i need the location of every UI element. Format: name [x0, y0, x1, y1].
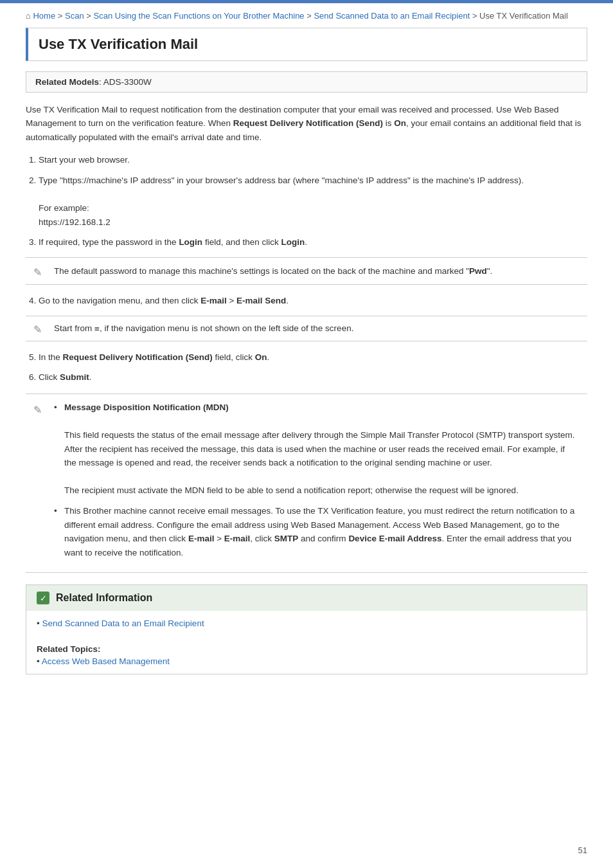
breadcrumb-current: Use TX Verification Mail [479, 11, 568, 21]
bullet-item-brother: This Brother machine cannot receive emai… [54, 504, 578, 559]
breadcrumb-sep4: > [472, 11, 479, 21]
step-6: Click Submit. [39, 370, 587, 384]
breadcrumb-home[interactable]: Home [33, 11, 55, 21]
bullet-note-box: ✎ Message Disposition Notification (MDN)… [26, 393, 587, 574]
steps-list-3: In the Request Delivery Notification (Se… [39, 350, 587, 384]
related-info-title: Related Information [56, 592, 152, 604]
steps-list-2: Go to the navigation menu, and then clic… [39, 294, 587, 308]
mdn-text-2: The recipient must activate the MDN fiel… [64, 485, 519, 495]
steps-list: Start your web browser. Type "https://ma… [39, 153, 587, 249]
step-1-text: Start your web browser. [39, 155, 130, 165]
bullet-item-mdn: Message Disposition Notification (MDN) T… [54, 401, 578, 498]
related-models-colon: : [99, 77, 103, 87]
note-pwd-text: The default password to manage this mach… [54, 266, 492, 276]
note-box-pwd: ✎ The default password to manage this ma… [26, 257, 587, 285]
related-info-body: • Send Scanned Data to an Email Recipien… [26, 611, 587, 674]
breadcrumb-sep2: > [86, 11, 93, 21]
bullet-list: Message Disposition Notification (MDN) T… [54, 401, 578, 560]
step-4: Go to the navigation menu, and then clic… [39, 294, 587, 308]
note-box-nav: ✎ Start from ≡, if the navigation menu i… [26, 316, 587, 341]
page-title-section: Use TX Verification Mail [26, 28, 587, 61]
related-models-label: Related Models [35, 77, 99, 87]
home-icon: ⌂ [26, 11, 31, 21]
breadcrumb: ⌂ Home > Scan > Scan Using the Scan Func… [0, 3, 613, 28]
step-2: Type "https://machine's IP address" in y… [39, 174, 587, 229]
related-info-link-1[interactable]: Send Scanned Data to an Email Recipient [42, 619, 204, 628]
step-6-text: Click Submit. [39, 372, 92, 382]
pencil-icon-2: ✎ [33, 321, 42, 338]
step-2-for-example: For example: [39, 203, 89, 213]
step-5-text: In the Request Delivery Notification (Se… [39, 352, 269, 362]
intro-text: Use TX Verification Mail to request noti… [26, 103, 587, 145]
mdn-text-1: This field requests the status of the em… [64, 430, 575, 467]
related-topic-link-1[interactable]: Access Web Based Management [42, 656, 170, 666]
step-5: In the Request Delivery Notification (Se… [39, 350, 587, 365]
step-2-example-url: https://192.168.1.2 [39, 217, 111, 227]
step-3-text: If required, type the password in the Lo… [39, 237, 307, 247]
page-number: 51 [578, 845, 587, 855]
related-topics-label: Related Topics: [37, 644, 576, 654]
pencil-icon-1: ✎ [33, 264, 42, 281]
related-models-box: Related Models: ADS-3300W [26, 71, 587, 93]
breadcrumb-send-scanned[interactable]: Send Scanned Data to an Email Recipient [314, 11, 470, 21]
page-title: Use TX Verification Mail [39, 36, 198, 53]
step-4-text: Go to the navigation menu, and then clic… [39, 296, 289, 305]
main-content: Use TX Verification Mail Related Models:… [0, 28, 613, 701]
related-topics-bullet: • [37, 656, 42, 666]
pencil-icon-3: ✎ [33, 402, 42, 419]
related-info-header: ✓ Related Information [26, 585, 587, 611]
breadcrumb-sep3: > [306, 11, 314, 21]
note-nav-text: Start from ≡, if the navigation menu is … [54, 323, 353, 333]
breadcrumb-sep1: > [58, 11, 65, 21]
breadcrumb-scan[interactable]: Scan [65, 11, 84, 21]
step-2-text: Type "https://machine's IP address" in y… [39, 176, 524, 185]
related-models-value: ADS-3300W [103, 77, 152, 87]
related-info-section: ✓ Related Information • Send Scanned Dat… [26, 584, 587, 674]
check-icon: ✓ [37, 592, 49, 604]
breadcrumb-scan-functions[interactable]: Scan Using the Scan Functions on Your Br… [94, 11, 305, 21]
brother-machine-text: This Brother machine cannot receive emai… [64, 506, 574, 557]
step-3: If required, type the password in the Lo… [39, 235, 587, 249]
mdn-label: Message Disposition Notification (MDN) [64, 402, 229, 412]
step-1: Start your web browser. [39, 153, 587, 167]
